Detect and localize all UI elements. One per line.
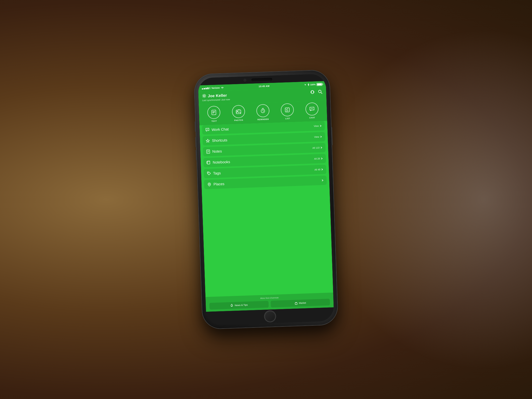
svg-rect-9	[236, 110, 241, 114]
location-arrow-icon	[304, 84, 306, 86]
gear-icon[interactable]	[202, 94, 207, 98]
svg-rect-25	[207, 161, 210, 164]
market-label: Market	[299, 302, 306, 304]
photos-label: PHOTOS	[234, 119, 243, 122]
new-reminder-button[interactable]: REMINDER	[256, 104, 270, 121]
speaker-slot	[251, 78, 272, 81]
status-right: 100%	[304, 83, 322, 86]
notebooks-title-group: Notebooks	[207, 160, 230, 165]
svg-line-4	[321, 92, 322, 94]
work-chat-action[interactable]: View	[314, 124, 322, 127]
places-icon	[207, 182, 212, 187]
tags-title: Tags	[213, 171, 221, 175]
signal-dot-5	[209, 87, 210, 89]
text-note-icon	[211, 109, 217, 115]
shortcuts-title: Shortcuts	[212, 138, 228, 143]
new-list-button[interactable]: LIST	[281, 103, 294, 120]
chat-label: CHAT	[309, 116, 315, 119]
work-chat-title-group: Work Chat	[205, 127, 229, 132]
tags-title-group: Tags	[207, 171, 221, 176]
text-circle	[207, 106, 221, 119]
username-label: Joe Keller	[208, 93, 227, 98]
battery-percent-label: 100%	[310, 83, 316, 86]
chevron-right-icon-3	[320, 147, 322, 149]
bell-icon	[230, 304, 233, 307]
news-tips-tab[interactable]: News & Tips	[209, 301, 269, 310]
shortcuts-title-group: Shortcuts	[206, 138, 228, 143]
photos-circle	[232, 105, 245, 118]
content-spacer	[204, 187, 328, 206]
header-actions	[310, 89, 323, 95]
list-icon	[284, 107, 290, 113]
signal-dot-2	[204, 88, 205, 89]
chevron-right-icon-5	[321, 168, 323, 170]
notes-action[interactable]: All 110	[312, 146, 322, 149]
notebooks-title: Notebooks	[213, 160, 230, 164]
reminder-icon	[260, 108, 266, 114]
list-circle	[281, 103, 294, 117]
phone-device: Verizon 10:45 AM	[194, 70, 338, 329]
svg-point-0	[203, 95, 205, 97]
svg-line-13	[263, 111, 264, 111]
places-action[interactable]	[321, 179, 323, 181]
sync-icon[interactable]	[310, 90, 315, 95]
notes-title-group: Notes	[206, 149, 222, 154]
chevron-right-icon-6	[321, 179, 323, 181]
list-label: LIST	[285, 117, 290, 120]
work-chat-icon	[205, 128, 210, 132]
notebooks-action[interactable]: All 28	[314, 157, 323, 160]
notebooks-icon	[207, 160, 211, 165]
shortcuts-action[interactable]: View	[314, 135, 322, 138]
search-icon[interactable]	[318, 89, 323, 94]
signal-dot-3	[205, 88, 207, 89]
battery-fill	[317, 83, 322, 85]
star-icon	[206, 138, 210, 143]
chat-circle	[305, 102, 319, 116]
text-label: TEXT	[211, 120, 217, 122]
chat-icon	[309, 106, 315, 112]
main-content: Work Chat View	[200, 121, 333, 297]
wifi-icon	[221, 87, 224, 89]
chevron-right-icon	[320, 125, 322, 127]
app-screen: Verizon 10:45 AM	[198, 81, 334, 312]
svg-rect-15	[285, 108, 290, 112]
places-title-group: Places	[207, 182, 225, 187]
status-left: Verizon	[202, 86, 224, 90]
new-photos-button[interactable]: PHOTOS	[232, 105, 245, 122]
chevron-right-icon-2	[320, 136, 322, 138]
front-camera	[244, 79, 246, 81]
phone-shell: Verizon 10:45 AM	[194, 70, 338, 329]
svg-rect-5	[212, 110, 216, 115]
places-title: Places	[214, 182, 225, 186]
chevron-right-icon-4	[321, 157, 323, 159]
signal-bars	[202, 87, 210, 89]
reminder-circle	[256, 104, 270, 117]
bag-icon	[295, 302, 298, 305]
svg-point-28	[208, 172, 209, 173]
news-tips-label: News & Tips	[235, 304, 248, 307]
tags-action[interactable]: All 48	[314, 168, 323, 171]
user-info[interactable]: Joe Keller	[202, 93, 227, 98]
signal-dot-1	[202, 88, 203, 89]
phone-screen-area: Verizon 10:45 AM	[198, 74, 334, 325]
reminder-label: REMINDER	[257, 118, 269, 121]
carrier-name: Verizon	[211, 87, 220, 89]
photos-icon	[235, 109, 241, 115]
signal-dot-4	[207, 87, 209, 89]
home-button[interactable]	[264, 310, 276, 322]
svg-point-29	[209, 184, 210, 185]
tag-icon	[207, 171, 211, 176]
new-text-button[interactable]: TEXT	[207, 106, 221, 123]
status-time: 10:45 AM	[259, 85, 270, 88]
work-chat-title: Work Chat	[211, 127, 229, 132]
notes-title: Notes	[212, 149, 222, 154]
new-chat-button[interactable]: CHAT	[305, 102, 319, 119]
bluetooth-icon	[307, 83, 309, 86]
notes-icon	[206, 149, 210, 154]
svg-marker-20	[206, 139, 209, 142]
svg-rect-32	[295, 303, 297, 304]
battery-icon	[316, 83, 322, 86]
market-tab[interactable]: Market	[271, 299, 330, 308]
